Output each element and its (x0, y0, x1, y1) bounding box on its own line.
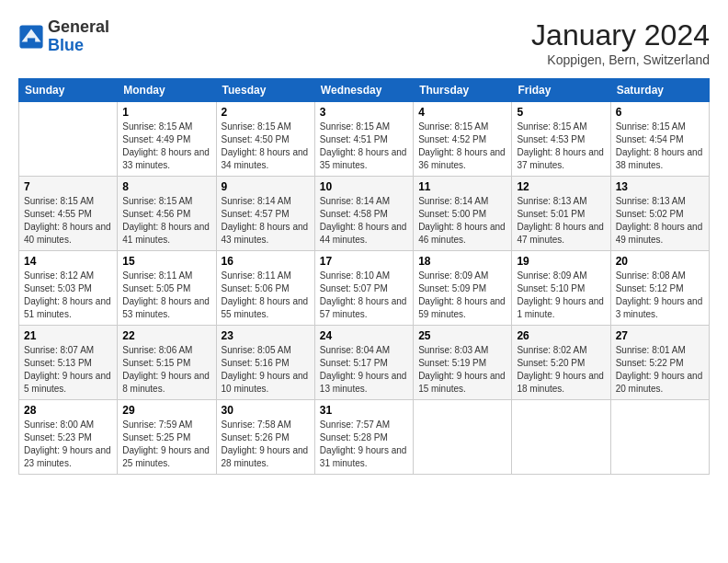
calendar-cell: 27Sunrise: 8:01 AMSunset: 5:22 PMDayligh… (610, 326, 709, 400)
day-info: Sunrise: 8:13 AMSunset: 5:01 PMDaylight:… (517, 195, 605, 247)
day-number: 25 (418, 329, 506, 342)
day-info: Sunrise: 7:59 AMSunset: 5:25 PMDaylight:… (122, 419, 210, 470)
calendar-cell: 14Sunrise: 8:12 AMSunset: 5:03 PMDayligh… (19, 251, 118, 326)
calendar-cell: 28Sunrise: 8:00 AMSunset: 5:23 PMDayligh… (19, 400, 118, 475)
day-info: Sunrise: 8:14 AMSunset: 4:58 PMDaylight:… (320, 195, 408, 247)
day-info: Sunrise: 8:14 AMSunset: 5:00 PMDaylight:… (418, 195, 506, 247)
calendar-cell: 19Sunrise: 8:09 AMSunset: 5:10 PMDayligh… (512, 251, 610, 326)
calendar-cell: 1Sunrise: 8:15 AMSunset: 4:49 PMDaylight… (118, 102, 216, 177)
weekday-header-sunday: Sunday (19, 79, 118, 102)
calendar-cell (610, 400, 709, 475)
day-number: 18 (418, 255, 506, 268)
calendar-cell: 2Sunrise: 8:15 AMSunset: 4:50 PMDaylight… (216, 102, 314, 177)
day-number: 21 (24, 329, 112, 342)
logo-text: General Blue (48, 18, 109, 55)
day-info: Sunrise: 7:57 AMSunset: 5:28 PMDaylight:… (320, 419, 408, 470)
week-row-0: 1Sunrise: 8:15 AMSunset: 4:49 PMDaylight… (19, 102, 710, 177)
day-info: Sunrise: 8:10 AMSunset: 5:07 PMDaylight:… (320, 270, 408, 321)
day-number: 1 (122, 106, 210, 119)
calendar-cell: 10Sunrise: 8:14 AMSunset: 4:58 PMDayligh… (314, 177, 413, 251)
week-row-2: 14Sunrise: 8:12 AMSunset: 5:03 PMDayligh… (19, 251, 710, 326)
day-info: Sunrise: 8:15 AMSunset: 4:55 PMDaylight:… (24, 195, 112, 247)
svg-rect-2 (28, 38, 35, 43)
calendar-cell: 3Sunrise: 8:15 AMSunset: 4:51 PMDaylight… (314, 102, 413, 177)
day-number: 24 (320, 329, 408, 342)
day-number: 30 (222, 404, 310, 417)
logo: General Blue (18, 18, 109, 55)
day-number: 8 (122, 180, 210, 193)
calendar-cell: 12Sunrise: 8:13 AMSunset: 5:01 PMDayligh… (512, 177, 610, 251)
location: Koppigen, Bern, Switzerland (531, 52, 710, 67)
day-info: Sunrise: 8:00 AMSunset: 5:23 PMDaylight:… (24, 419, 112, 470)
day-info: Sunrise: 8:14 AMSunset: 4:57 PMDaylight:… (222, 195, 310, 247)
calendar-cell: 5Sunrise: 8:15 AMSunset: 4:53 PMDaylight… (512, 102, 610, 177)
day-number: 16 (222, 255, 310, 268)
day-info: Sunrise: 8:09 AMSunset: 5:10 PMDaylight:… (517, 270, 605, 321)
calendar-cell: 8Sunrise: 8:15 AMSunset: 4:56 PMDaylight… (118, 177, 216, 251)
day-number: 3 (320, 106, 408, 119)
day-info: Sunrise: 8:15 AMSunset: 4:53 PMDaylight:… (517, 121, 605, 172)
day-info: Sunrise: 8:05 AMSunset: 5:16 PMDaylight:… (222, 344, 310, 396)
day-number: 5 (517, 106, 605, 119)
calendar-cell (414, 400, 512, 475)
title-block: January 2024 Koppigen, Bern, Switzerland (531, 18, 710, 67)
month-title: January 2024 (531, 18, 710, 52)
day-number: 28 (24, 404, 112, 417)
day-number: 29 (122, 404, 210, 417)
weekday-header-friday: Friday (512, 79, 610, 102)
day-number: 10 (320, 180, 408, 193)
day-info: Sunrise: 7:58 AMSunset: 5:26 PMDaylight:… (222, 419, 310, 470)
calendar-cell: 20Sunrise: 8:08 AMSunset: 5:12 PMDayligh… (610, 251, 709, 326)
weekday-header-row: SundayMondayTuesdayWednesdayThursdayFrid… (19, 79, 710, 102)
week-row-4: 28Sunrise: 8:00 AMSunset: 5:23 PMDayligh… (19, 400, 710, 475)
day-number: 20 (616, 255, 704, 268)
day-number: 11 (418, 180, 506, 193)
week-row-3: 21Sunrise: 8:07 AMSunset: 5:13 PMDayligh… (19, 326, 710, 400)
calendar-cell: 22Sunrise: 8:06 AMSunset: 5:15 PMDayligh… (118, 326, 216, 400)
calendar-table: SundayMondayTuesdayWednesdayThursdayFrid… (18, 78, 710, 475)
day-number: 7 (24, 180, 112, 193)
day-info: Sunrise: 8:09 AMSunset: 5:09 PMDaylight:… (418, 270, 506, 321)
day-number: 4 (418, 106, 506, 119)
calendar-cell: 16Sunrise: 8:11 AMSunset: 5:06 PMDayligh… (216, 251, 314, 326)
calendar-cell: 15Sunrise: 8:11 AMSunset: 5:05 PMDayligh… (118, 251, 216, 326)
day-info: Sunrise: 8:15 AMSunset: 4:54 PMDaylight:… (616, 121, 704, 172)
day-info: Sunrise: 8:07 AMSunset: 5:13 PMDaylight:… (24, 344, 112, 396)
calendar-cell: 21Sunrise: 8:07 AMSunset: 5:13 PMDayligh… (19, 326, 118, 400)
day-info: Sunrise: 8:04 AMSunset: 5:17 PMDaylight:… (320, 344, 408, 396)
day-number: 6 (616, 106, 704, 119)
weekday-header-thursday: Thursday (414, 79, 512, 102)
day-number: 17 (320, 255, 408, 268)
weekday-header-tuesday: Tuesday (216, 79, 314, 102)
day-number: 12 (517, 180, 605, 193)
day-number: 27 (616, 329, 704, 342)
day-number: 22 (122, 329, 210, 342)
day-number: 31 (320, 404, 408, 417)
day-info: Sunrise: 8:15 AMSunset: 4:52 PMDaylight:… (418, 121, 506, 172)
calendar-cell: 26Sunrise: 8:02 AMSunset: 5:20 PMDayligh… (512, 326, 610, 400)
day-info: Sunrise: 8:08 AMSunset: 5:12 PMDaylight:… (616, 270, 704, 321)
day-info: Sunrise: 8:11 AMSunset: 5:06 PMDaylight:… (222, 270, 310, 321)
calendar-cell: 23Sunrise: 8:05 AMSunset: 5:16 PMDayligh… (216, 326, 314, 400)
calendar-cell: 9Sunrise: 8:14 AMSunset: 4:57 PMDaylight… (216, 177, 314, 251)
day-info: Sunrise: 8:15 AMSunset: 4:49 PMDaylight:… (122, 121, 210, 172)
day-number: 2 (222, 106, 310, 119)
day-info: Sunrise: 8:11 AMSunset: 5:05 PMDaylight:… (122, 270, 210, 321)
page-header: General Blue January 2024 Koppigen, Bern… (18, 18, 710, 67)
calendar-cell: 31Sunrise: 7:57 AMSunset: 5:28 PMDayligh… (314, 400, 413, 475)
calendar-cell (19, 102, 118, 177)
day-info: Sunrise: 8:06 AMSunset: 5:15 PMDaylight:… (122, 344, 210, 396)
weekday-header-wednesday: Wednesday (314, 79, 413, 102)
calendar-cell: 13Sunrise: 8:13 AMSunset: 5:02 PMDayligh… (610, 177, 709, 251)
weekday-header-monday: Monday (118, 79, 216, 102)
calendar-page: General Blue January 2024 Koppigen, Bern… (0, 0, 728, 563)
logo-blue: Blue (48, 36, 84, 54)
calendar-cell: 25Sunrise: 8:03 AMSunset: 5:19 PMDayligh… (414, 326, 512, 400)
calendar-cell: 7Sunrise: 8:15 AMSunset: 4:55 PMDaylight… (19, 177, 118, 251)
day-number: 9 (222, 180, 310, 193)
calendar-cell (512, 400, 610, 475)
day-number: 13 (616, 180, 704, 193)
calendar-cell: 17Sunrise: 8:10 AMSunset: 5:07 PMDayligh… (314, 251, 413, 326)
calendar-cell: 30Sunrise: 7:58 AMSunset: 5:26 PMDayligh… (216, 400, 314, 475)
day-info: Sunrise: 8:15 AMSunset: 4:50 PMDaylight:… (222, 121, 310, 172)
